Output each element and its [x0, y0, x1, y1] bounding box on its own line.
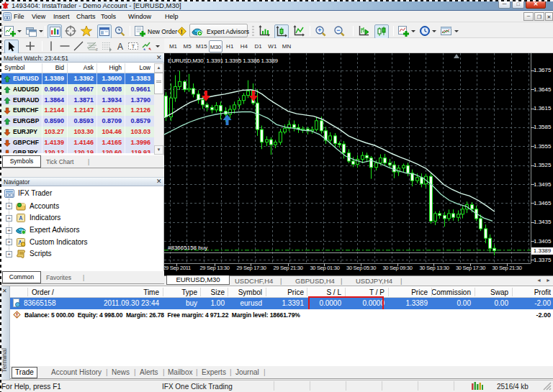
svg-text:!: !	[181, 28, 183, 35]
svg-text:−: −	[336, 27, 340, 34]
svg-text:A: A	[117, 42, 123, 52]
svg-text:F: F	[96, 47, 98, 52]
svg-text:T: T	[132, 43, 135, 50]
svg-text:+: +	[318, 27, 321, 34]
